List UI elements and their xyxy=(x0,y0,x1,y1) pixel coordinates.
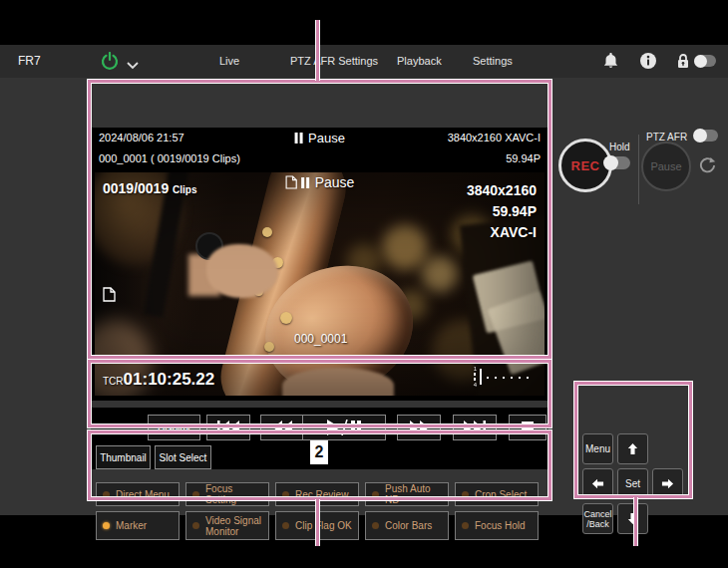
tab-playback[interactable]: Playback xyxy=(397,55,442,67)
player-fps: 59.94P xyxy=(506,152,541,164)
slot-select-button[interactable]: Slot Select xyxy=(155,445,211,469)
assignable-rec-review[interactable]: Rec Review xyxy=(275,482,359,506)
display-button[interactable]: Display xyxy=(148,415,200,440)
arrow-right-button[interactable] xyxy=(652,468,683,499)
assignable-focus-setting[interactable]: Focus Setting xyxy=(185,482,269,506)
playback-control-bar: Display Thumbnail Slot Select 2 xyxy=(91,408,548,469)
assignable-direct-menu[interactable]: Direct Menu xyxy=(96,482,180,506)
next-clip-button[interactable] xyxy=(453,415,497,440)
assignable-color-bars[interactable]: Color Bars xyxy=(365,511,449,540)
clip-name: 000_0001 xyxy=(294,332,347,346)
pause-button[interactable]: Pause xyxy=(641,142,691,191)
clip-icon xyxy=(285,175,297,189)
rec-hold-toggle[interactable] xyxy=(604,156,630,169)
assignable-marker[interactable]: Marker xyxy=(96,511,180,540)
pause-bars-icon xyxy=(294,132,304,146)
clips-counter: 0019/0019 Clips xyxy=(103,180,197,196)
stop-button[interactable] xyxy=(509,415,546,440)
bell-icon[interactable] xyxy=(603,53,618,73)
top-bar: FR7 Live PTZ AFR Settings Playback Setti… xyxy=(0,45,728,78)
rewind-button[interactable] xyxy=(260,415,304,440)
assignable-buttons: Direct Menu Focus Setting Rec Review Pus… xyxy=(96,482,539,540)
thumbnail-button[interactable]: Thumbnail xyxy=(96,445,151,469)
format-overlay: 3840x2160 59.94P XAVC-I xyxy=(467,180,537,243)
stop-icon xyxy=(522,422,534,433)
arrow-down-button[interactable] xyxy=(617,503,648,534)
resolution: 3840x2160 xyxy=(467,180,537,201)
led-indicator xyxy=(282,522,289,529)
arrow-up-button[interactable] xyxy=(617,433,648,464)
page: FR7 Live PTZ AFR Settings Playback Setti… xyxy=(0,0,728,568)
video-frame: Pause 0019/0019 Clips 3840x2160 59.94P X… xyxy=(95,172,545,396)
refresh-icon[interactable] xyxy=(699,156,716,176)
player-format: 3840x2160 XAVC-I xyxy=(448,132,541,143)
codec: XAVC-I xyxy=(467,222,537,243)
led-indicator xyxy=(462,522,469,529)
ptz-afr-toggle[interactable] xyxy=(694,130,718,142)
tab-ptz-afr-settings[interactable]: PTZ AFR Settings xyxy=(290,55,378,67)
led-indicator xyxy=(103,522,110,529)
led-indicator xyxy=(103,491,110,498)
pause-bars-icon xyxy=(301,175,311,191)
timecode: TCR01:10:25.22 xyxy=(103,370,214,390)
divider xyxy=(638,135,639,204)
chevron-down-icon[interactable] xyxy=(127,58,139,73)
video-status-overlay: Pause xyxy=(285,174,355,191)
led-indicator xyxy=(192,491,199,498)
assignable-crop-select[interactable]: Crop Select xyxy=(455,482,539,506)
player-info-row-1: 2024/08/06 21:57 Pause 3840x2160 XAVC-I xyxy=(91,128,548,148)
app-window: FR7 Live PTZ AFR Settings Playback Setti… xyxy=(0,45,728,515)
media-gauge: 14 xyxy=(474,366,535,388)
lock-icon[interactable] xyxy=(676,53,690,72)
device-name: FR7 xyxy=(18,54,41,68)
player-clip-info: 000_0001 ( 0019/0019 Clips) xyxy=(99,152,240,164)
play-pause-button[interactable] xyxy=(302,415,386,440)
info-icon[interactable] xyxy=(640,53,656,72)
assignable-push-auto-nd[interactable]: Push Auto ND xyxy=(365,482,449,506)
prev-clip-button[interactable] xyxy=(206,415,250,440)
player-info-row-2: 000_0001 ( 0019/0019 Clips) 59.94P xyxy=(91,148,548,169)
framerate: 59.94P xyxy=(467,201,537,222)
led-indicator xyxy=(282,491,289,498)
led-indicator xyxy=(372,491,379,498)
hold-label: Hold xyxy=(609,142,630,152)
tab-settings[interactable]: Settings xyxy=(473,55,513,67)
fast-forward-button[interactable] xyxy=(397,415,441,440)
player-status: Pause xyxy=(294,131,345,146)
led-indicator xyxy=(192,522,199,529)
assignable-clip-flag-ok[interactable]: Clip Flag OK xyxy=(275,511,359,540)
player-datetime: 2024/08/06 21:57 xyxy=(99,132,184,143)
callout-badge-2: 2 xyxy=(310,440,328,464)
clip-flag-icon xyxy=(103,287,116,306)
led-indicator xyxy=(462,491,469,498)
assignable-focus-hold[interactable]: Focus Hold xyxy=(455,511,539,540)
lock-toggle[interactable] xyxy=(694,55,716,67)
set-button[interactable]: Set xyxy=(617,468,648,499)
player-console: 2024/08/06 21:57 Pause 3840x2160 XAVC-I … xyxy=(91,128,548,401)
cancel-back-button[interactable]: Cancel /Back xyxy=(582,503,613,534)
tab-live[interactable]: Live xyxy=(219,55,239,67)
led-indicator xyxy=(372,522,379,529)
assignable-video-signal-monitor[interactable]: Video Signal Monitor xyxy=(185,511,269,540)
power-icon[interactable] xyxy=(101,52,119,73)
menu-button[interactable]: Menu xyxy=(582,433,613,464)
arrow-left-button[interactable] xyxy=(582,468,613,499)
